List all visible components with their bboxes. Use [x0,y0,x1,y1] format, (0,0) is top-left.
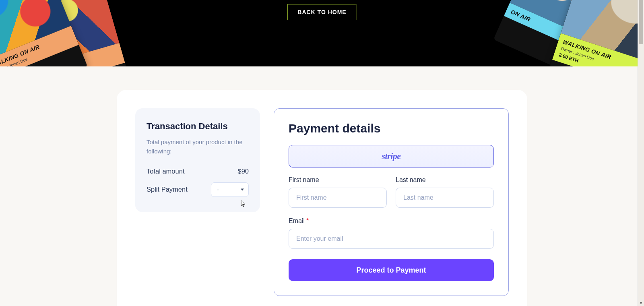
required-mark: * [306,217,309,224]
hero-banner: BACK TO HOME WALKING ON AIR Owner : Joha… [0,0,644,66]
split-payment-select[interactable]: - [211,182,249,197]
total-amount-label: Total amount [147,167,184,175]
total-amount-value: $90 [237,167,249,175]
last-name-label: Last name [396,176,494,184]
transaction-details-card: Transaction Details Total payment of you… [135,108,260,212]
payment-details-card: Payment details stripe First name Last n… [274,108,509,296]
scrollbar-track[interactable]: ▲ ▼ [638,0,644,306]
last-name-input[interactable] [396,188,494,208]
stripe-button[interactable]: stripe [289,145,494,167]
transaction-subtext: Total payment of your product in the fol… [147,137,249,156]
proceed-to-payment-button[interactable]: Proceed to Payment [289,259,494,281]
scrollbar-thumb[interactable] [639,0,643,44]
payment-heading: Payment details [289,122,494,135]
first-name-label: First name [289,176,387,184]
first-name-input[interactable] [289,188,387,208]
transaction-heading: Transaction Details [147,121,249,132]
scrollbar-down-icon[interactable]: ▼ [638,300,644,306]
page-body: Transaction Details Total payment of you… [0,66,644,306]
split-payment-label: Split Payment [147,186,188,193]
checkout-panel: Transaction Details Total payment of you… [117,90,527,306]
email-label: Email* [289,217,494,225]
email-label-text: Email [289,217,305,224]
stripe-logo-text: stripe [382,151,400,161]
back-to-home-button[interactable]: BACK TO HOME [287,4,356,20]
email-input[interactable] [289,229,494,249]
split-payment-select-wrap: - [211,182,249,197]
mouse-cursor-icon [241,200,246,209]
